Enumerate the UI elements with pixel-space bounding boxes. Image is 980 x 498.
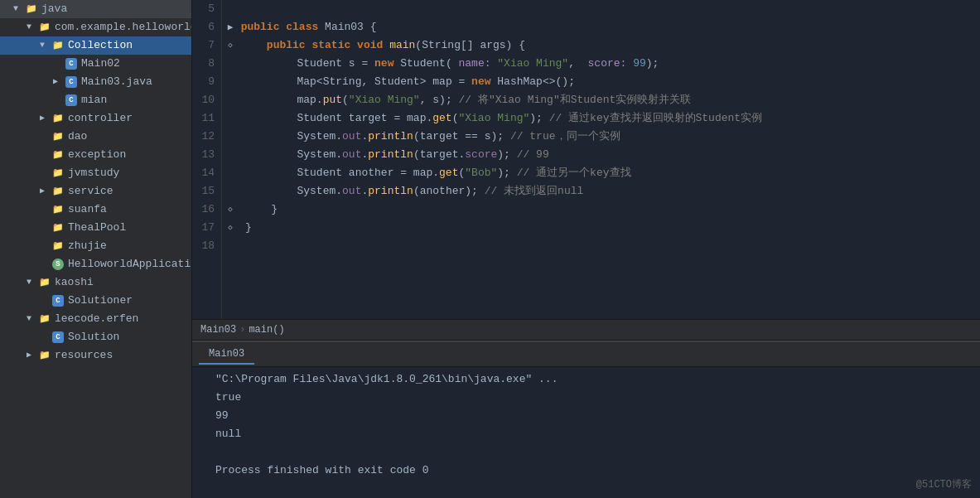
tree-arrow: ▶	[40, 183, 51, 200]
class-icon: C	[51, 331, 65, 344]
tree-arrow: ▼	[27, 19, 38, 36]
tree-item-resources[interactable]: ▶ 📁 resources	[0, 346, 191, 365]
console-line-cmd: "C:\Program Files\Java\jdk1.8.0_261\bin\…	[199, 370, 973, 389]
tree-item-main03[interactable]: ▶ C Main03.java	[0, 73, 191, 91]
console-area: Main03 "C:\Program Files\Java\jdk1.8.0_2…	[192, 341, 980, 498]
code-line-13: System.out.println(target.score); // 99	[245, 146, 980, 164]
folder-icon: 📁	[51, 203, 65, 216]
tree-label: controller	[68, 110, 133, 127]
console-content: "C:\Program Files\Java\jdk1.8.0_261\bin\…	[192, 367, 980, 498]
tree-label: Collection	[68, 37, 133, 54]
console-line-true: true	[199, 389, 973, 407]
folder-icon: 📁	[51, 221, 65, 234]
tree-arrow: ▼	[13, 1, 25, 17]
tree-item-service[interactable]: ▶ 📁 service	[0, 182, 191, 201]
console-tab-main03[interactable]: Main03	[199, 345, 254, 365]
file-tree[interactable]: ▼ 📁 java ▼ 📁 com.example.helloworld ▼ 📁 …	[0, 0, 192, 498]
code-editor[interactable]: ▶public class Main03 { ▶ public static v…	[239, 0, 980, 319]
console-line-99: 99	[199, 407, 973, 425]
console-output-99: 99	[215, 407, 229, 425]
console-tab-bar: Main03	[192, 342, 980, 367]
tree-item-java[interactable]: ▼ 📁 java	[0, 0, 191, 18]
tree-label: HelloworldApplication	[68, 256, 192, 273]
code-line-6: ▶public class Main03 {	[245, 18, 980, 36]
tree-arrow: ▼	[27, 274, 38, 291]
code-line-9: Map<String, Student> map = new HashMap<>…	[245, 73, 980, 91]
tree-label: kaoshi	[55, 274, 94, 291]
tree-item-jvmstudy[interactable]: 📁 jvmstudy	[0, 164, 191, 182]
tree-item-exception[interactable]: 📁 exception	[0, 146, 191, 164]
tree-item-suanfa[interactable]: 📁 suanfa	[0, 201, 191, 219]
console-finish-text: Process finished with exit code 0	[215, 462, 428, 480]
tree-item-solution[interactable]: C Solution	[0, 328, 191, 346]
code-line-17: }	[245, 219, 980, 237]
line-numbers: 5 6 7 8 9 10 11 12 13 14 15 16 17 18	[192, 0, 222, 319]
class-icon: C	[65, 57, 78, 70]
tree-label: java	[41, 1, 67, 17]
tree-item-solutioner[interactable]: C Solutioner	[0, 292, 191, 310]
tree-item-collection[interactable]: ▼ 📁 Collection	[0, 36, 191, 55]
gutter-line	[222, 55, 239, 73]
tree-label: suanfa	[68, 201, 107, 218]
tree-item-leecode[interactable]: ▼ 📁 leecode.erfen	[0, 310, 191, 328]
console-cmd-text: "C:\Program Files\Java\jdk1.8.0_261\bin\…	[215, 370, 558, 389]
tree-item-kaoshi[interactable]: ▼ 📁 kaoshi	[0, 273, 191, 292]
gutter-line: ◇	[222, 219, 239, 237]
tree-label: com.example.helloworld	[55, 19, 192, 36]
gutter-line	[222, 182, 239, 201]
spring-icon: S	[51, 258, 65, 271]
editor-main: 5 6 7 8 9 10 11 12 13 14 15 16 17 18 ▶ ◇	[192, 0, 980, 498]
tree-item-helloworld[interactable]: ▼ 📁 com.example.helloworld	[0, 18, 191, 36]
folder-icon: 📁	[51, 39, 65, 52]
breadcrumb-main[interactable]: main()	[249, 324, 284, 336]
class-icon: C	[51, 294, 65, 307]
tree-label: ThealPool	[68, 220, 126, 236]
tree-label: service	[68, 183, 113, 200]
code-line-5	[245, 0, 980, 18]
class-icon: C	[65, 94, 78, 107]
gutter-line: ◇	[222, 36, 239, 55]
breadcrumb-bar: Main03 › main()	[192, 319, 980, 341]
tree-label: mian	[81, 92, 107, 109]
code-line-10: map.put("Xiao Ming", s); // 将"Xiao Ming"…	[245, 91, 980, 109]
tree-item-controller[interactable]: ▶ 📁 controller	[0, 109, 191, 128]
folder-icon: 📁	[38, 312, 51, 326]
gutter-line	[222, 128, 239, 146]
gutter-line	[222, 109, 239, 128]
console-line-blank	[199, 443, 973, 462]
code-line-15: System.out.println(another); // 未找到返回nul…	[245, 182, 980, 201]
editor-area: 5 6 7 8 9 10 11 12 13 14 15 16 17 18 ▶ ◇	[192, 0, 980, 498]
console-line-finish: Process finished with exit code 0	[199, 462, 973, 480]
breadcrumb-separator: ›	[239, 324, 245, 336]
gutter-line	[222, 146, 239, 164]
tree-item-thealpool[interactable]: 📁 ThealPool	[0, 219, 191, 237]
tree-arrow: ▶	[40, 110, 51, 127]
tree-arrow: ▶	[27, 347, 38, 364]
code-line-14: Student another = map.get("Bob"); // 通过另…	[245, 164, 980, 182]
breadcrumb-main03[interactable]: Main03	[200, 324, 236, 336]
code-line-7: ▶ public static void main(String[] args)…	[245, 36, 980, 55]
run-arrow-line6[interactable]: ▶	[222, 18, 239, 36]
folder-icon: 📁	[38, 349, 51, 362]
console-line-null: null	[199, 425, 973, 443]
tree-label: Solutioner	[68, 293, 133, 309]
tree-label: dao	[68, 128, 87, 145]
gutter-line	[222, 0, 239, 18]
tree-item-zhujie[interactable]: 📁 zhujie	[0, 237, 191, 255]
gutter-line	[222, 237, 239, 255]
gutter-line	[222, 73, 239, 91]
code-line-8: Student s = new Student( name: "Xiao Min…	[245, 55, 980, 73]
code-area[interactable]: 5 6 7 8 9 10 11 12 13 14 15 16 17 18 ▶ ◇	[192, 0, 980, 319]
tree-item-helloworld-app[interactable]: S HelloworldApplication	[0, 255, 191, 273]
folder-icon: 📁	[51, 239, 65, 253]
tree-arrow: ▶	[53, 74, 65, 90]
tree-item-dao[interactable]: 📁 dao	[0, 128, 191, 146]
folder-icon: 📁	[25, 2, 38, 16]
console-output-null: null	[215, 425, 241, 443]
tree-label: resources	[55, 347, 113, 364]
gutter-area: ▶ ◇ ◇ ◇	[222, 0, 239, 319]
tree-item-mian[interactable]: C mian	[0, 91, 191, 109]
tree-item-main02[interactable]: C Main02	[0, 55, 191, 73]
tree-label: zhujie	[68, 238, 107, 254]
folder-icon: 📁	[38, 276, 51, 289]
